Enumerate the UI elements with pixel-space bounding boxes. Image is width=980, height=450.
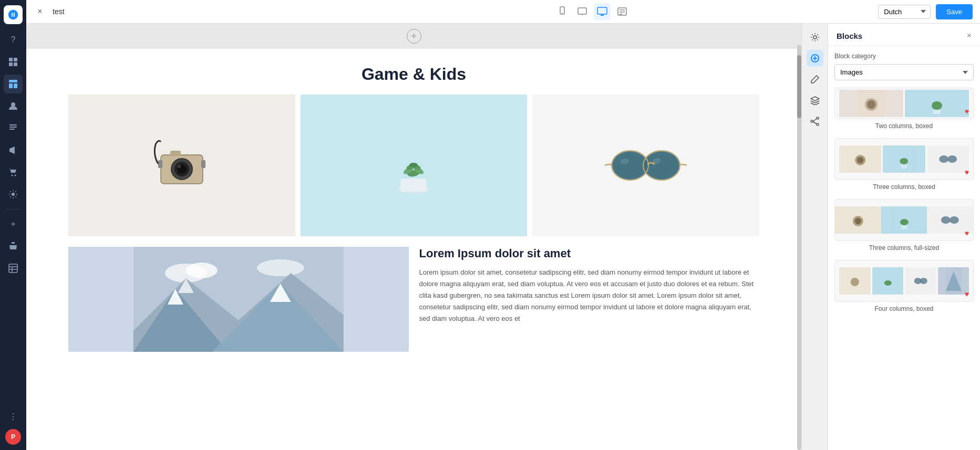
block-item-two-col-boxed: ♥ Two columns, boxed	[834, 88, 974, 130]
edit-icon[interactable]	[807, 71, 823, 88]
blocks-panel-title: Blocks	[837, 32, 862, 40]
canvas-add-top[interactable]: +	[26, 24, 801, 49]
svg-point-12	[15, 175, 16, 176]
sidebar-item-add[interactable]: +	[4, 215, 23, 234]
svg-rect-4	[9, 80, 17, 82]
add-section-button[interactable]: +	[407, 29, 421, 44]
svg-rect-37	[201, 160, 205, 168]
section-title: Game & Kids	[68, 49, 759, 95]
svg-point-82	[857, 157, 863, 163]
image-sunglasses[interactable]	[532, 95, 759, 236]
image-camera[interactable]	[68, 95, 295, 236]
favorite-icon-three-col[interactable]: ♥	[965, 168, 969, 176]
svg-point-70	[817, 123, 819, 125]
svg-point-7	[11, 102, 15, 107]
block-preview-four-col-boxed[interactable]: ♥	[834, 260, 974, 302]
canvas-scrollbar[interactable]	[797, 45, 801, 450]
sidebar-item-layout[interactable]	[4, 75, 23, 93]
block-item-three-col-full: ♥ Three columns, full-sized	[834, 199, 974, 252]
save-button[interactable]: Save	[936, 4, 973, 19]
svg-point-11	[12, 175, 13, 176]
svg-rect-94	[901, 225, 907, 229]
svg-rect-35	[170, 151, 181, 156]
content-paragraph: Lorem ipsum dolor sit amet, consetetur s…	[419, 267, 760, 325]
add-block-icon[interactable]	[807, 50, 823, 67]
view-toggle-group	[554, 3, 631, 20]
block-category-label: Block category	[834, 53, 974, 60]
svg-rect-3	[14, 62, 17, 66]
svg-rect-15	[9, 264, 17, 273]
svg-point-64	[813, 36, 817, 39]
page-title: test	[53, 7, 65, 16]
right-tool-column	[801, 24, 828, 450]
block-label-three-full: Three columns, full-sized	[834, 244, 974, 252]
block-preview-two-col-boxed[interactable]: ♥	[834, 88, 974, 119]
svg-point-49	[644, 152, 679, 179]
close-button[interactable]: ×	[34, 5, 46, 18]
sidebar-item-settings[interactable]	[4, 185, 23, 204]
user-avatar[interactable]: P	[5, 429, 21, 445]
app-logo	[4, 5, 23, 24]
block-category-select[interactable]: Images Text Gallery Products Hero	[834, 64, 974, 80]
block-preview-three-col-full[interactable]: ♥	[834, 199, 974, 241]
image-mountain[interactable]	[68, 247, 409, 352]
tablet-view-button[interactable]	[574, 3, 591, 20]
canvas-wrapper: + Game & Kids	[26, 24, 801, 450]
scrollbar-thumb[interactable]	[797, 55, 801, 118]
sidebar-item-ecommerce[interactable]	[4, 163, 23, 182]
svg-rect-36	[158, 160, 162, 168]
favorite-icon-three-full[interactable]: ♥	[965, 229, 969, 237]
svg-rect-1	[14, 58, 17, 61]
top-bar-right: Dutch English German French Save	[878, 4, 973, 19]
svg-marker-68	[811, 97, 819, 101]
image-plant[interactable]	[301, 95, 528, 236]
sidebar-bottom: ⋮ P	[4, 407, 23, 445]
block-preview-three-col-boxed[interactable]: ♥	[834, 138, 974, 180]
blocks-panel: Blocks × Block category Images Text Gall…	[828, 24, 980, 450]
svg-point-104	[920, 278, 927, 284]
svg-point-71	[811, 120, 813, 122]
sidebar-item-marketing[interactable]	[4, 141, 23, 160]
svg-rect-6	[14, 83, 17, 88]
svg-point-76	[867, 100, 875, 109]
list-view-button[interactable]	[614, 3, 631, 20]
image-grid-three	[68, 95, 759, 236]
svg-line-72	[813, 119, 817, 122]
sidebar-item-contacts[interactable]	[4, 97, 23, 116]
content-heading: Lorem Ipsum dolor sit amet	[419, 247, 760, 260]
svg-point-34	[178, 165, 181, 168]
content-text-block: Lorem Ipsum dolor sit amet Lorem ipsum d…	[419, 247, 760, 352]
favorite-icon[interactable]: ♥	[965, 107, 969, 116]
desktop-view-button[interactable]	[594, 3, 611, 20]
layers-icon[interactable]	[807, 92, 823, 109]
block-label-two-col: Two columns, boxed	[834, 122, 974, 130]
left-sidebar: ? + ⋮ P	[0, 0, 26, 450]
svg-point-88	[947, 155, 957, 163]
svg-point-97	[950, 216, 959, 224]
sidebar-item-store[interactable]	[4, 237, 23, 256]
sidebar-item-content[interactable]	[4, 119, 23, 138]
language-select[interactable]: Dutch English German French	[878, 5, 931, 19]
sidebar-item-question[interactable]: ?	[4, 30, 23, 49]
blocks-close-button[interactable]: ×	[967, 31, 972, 40]
mobile-view-button[interactable]	[554, 3, 571, 20]
svg-point-93	[900, 219, 909, 225]
svg-point-101	[884, 280, 891, 286]
sidebar-item-pages[interactable]	[4, 53, 23, 71]
sidebar-item-more[interactable]: ⋮	[4, 407, 23, 426]
svg-rect-10	[9, 129, 15, 130]
main-area: × test Dutch English German French Sa	[26, 0, 980, 450]
svg-point-45	[409, 163, 418, 167]
svg-line-73	[813, 122, 817, 124]
sidebar-item-table[interactable]	[4, 259, 23, 278]
favorite-icon-four-col[interactable]: ♥	[965, 290, 969, 298]
block-label-three-col: Three columns, boxed	[834, 183, 974, 191]
settings-icon[interactable]	[807, 29, 823, 46]
blocks-header: Blocks ×	[828, 24, 980, 46]
share-icon[interactable]	[807, 113, 823, 130]
svg-rect-9	[9, 127, 17, 128]
svg-rect-85	[901, 164, 907, 169]
svg-point-87	[939, 155, 948, 163]
svg-point-99	[851, 278, 859, 286]
svg-rect-2	[9, 62, 13, 66]
